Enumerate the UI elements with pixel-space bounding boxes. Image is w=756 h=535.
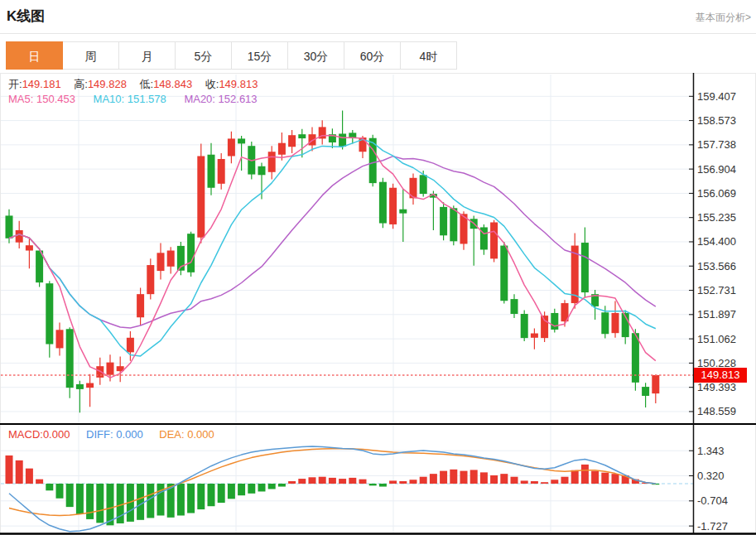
open-value: 149.181	[22, 78, 61, 90]
svg-text:149.393: 149.393	[697, 381, 736, 393]
macd-row: MACD:0.000 DIFF: 0.000 DEA: 0.000	[8, 428, 214, 441]
ma-row: MA5: 150.453 MA10: 151.578 MA20: 152.613	[8, 93, 258, 105]
high-label: 高:	[74, 78, 88, 90]
close-label: 收:	[205, 78, 219, 90]
svg-text:154.400: 154.400	[697, 235, 736, 248]
ma20-value: MA20: 152.613	[184, 93, 257, 105]
tab-day[interactable]: 日	[6, 41, 63, 70]
ohlc-row: 开:149.181 高:149.828 低:148.843 收:149.813	[8, 77, 258, 92]
svg-text:1.343: 1.343	[697, 445, 725, 457]
svg-text:148.559: 148.559	[697, 405, 736, 417]
svg-text:156.069: 156.069	[697, 187, 736, 200]
svg-text:151.062: 151.062	[697, 333, 736, 345]
svg-text:-1.727: -1.727	[697, 520, 728, 533]
low-label: 低:	[140, 78, 154, 90]
macd-value: MACD:0.000	[8, 428, 70, 441]
svg-text:0.320: 0.320	[697, 470, 725, 482]
svg-text:156.904: 156.904	[697, 163, 736, 176]
svg-text:158.573: 158.573	[697, 114, 736, 127]
open-label: 开:	[8, 78, 22, 90]
low-value: 148.843	[153, 78, 192, 90]
ma10-value: MA10: 151.578	[94, 93, 166, 105]
high-value: 149.828	[88, 78, 127, 90]
close-value: 149.813	[219, 78, 258, 90]
ma5-value: MA5: 150.453	[8, 93, 75, 105]
svg-text:159.407: 159.407	[697, 90, 736, 103]
svg-text:-0.704: -0.704	[697, 494, 728, 507]
svg-text:151.897: 151.897	[697, 308, 736, 321]
svg-text:155.235: 155.235	[697, 211, 736, 224]
diff-value: DIFF: 0.000	[86, 428, 143, 441]
svg-text:153.566: 153.566	[697, 260, 736, 272]
kline-widget: K线图 基本面分析> 日 周 月 5分 15分 30分 60分 4时 159.4…	[0, 0, 756, 535]
svg-text:152.731: 152.731	[697, 284, 736, 296]
current-price-badge: 149.813	[694, 368, 747, 383]
svg-text:157.738: 157.738	[697, 138, 736, 151]
dea-value: DEA: 0.000	[159, 428, 214, 441]
